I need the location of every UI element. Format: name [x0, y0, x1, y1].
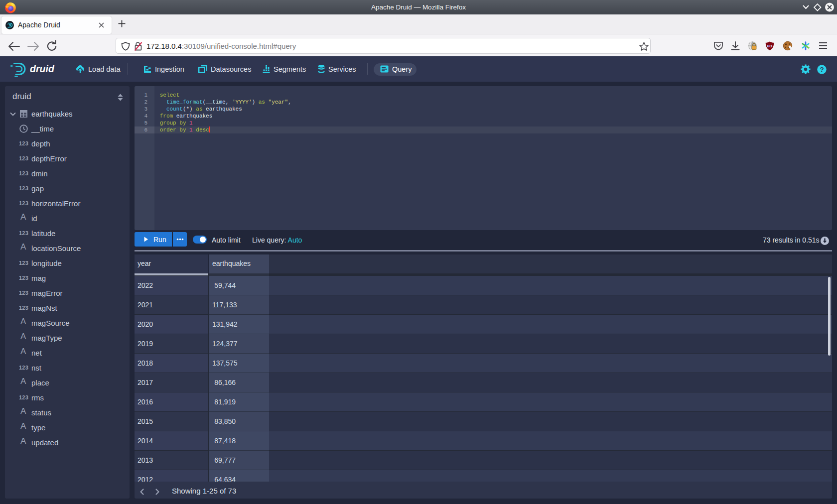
svg-text:uO: uO — [767, 44, 773, 48]
svg-text:?: ? — [820, 66, 824, 73]
